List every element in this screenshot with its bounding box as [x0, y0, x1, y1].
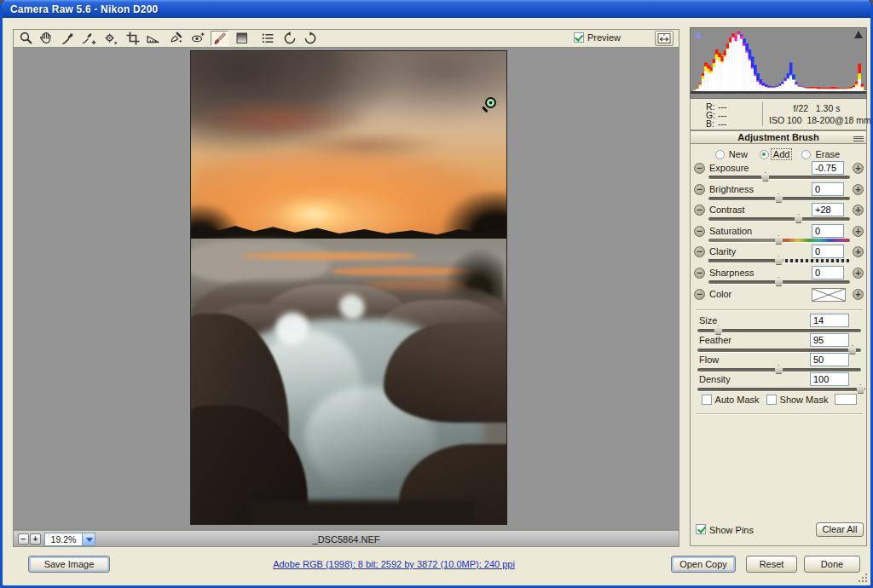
mode-add[interactable]: Add [760, 149, 792, 159]
exposure-decrease-button[interactable]: − [694, 163, 705, 174]
rotate-left-button[interactable] [280, 31, 298, 46]
clear-all-button[interactable]: Clear All [816, 522, 864, 537]
brightness-slider[interactable] [708, 197, 850, 200]
straighten-tool-button[interactable] [144, 31, 162, 46]
feather-slider[interactable] [697, 349, 861, 352]
hand-tool-icon [38, 31, 54, 46]
brightness-increase-button[interactable]: + [853, 184, 864, 195]
flow-slider[interactable] [697, 368, 861, 372]
contrast-decrease-button[interactable]: − [694, 205, 705, 216]
color-swatch[interactable] [812, 288, 846, 302]
zoom-tool-icon [19, 31, 34, 46]
preferences-button[interactable] [258, 31, 276, 46]
crop-tool-button[interactable] [124, 31, 142, 46]
exposure-value-input[interactable] [812, 161, 844, 175]
sharpness-value-input[interactable] [812, 266, 844, 280]
graduated-filter-tool-button[interactable] [233, 31, 251, 46]
reset-button[interactable]: Reset [746, 556, 797, 573]
contrast-slider[interactable] [708, 217, 850, 221]
clarity-decrease-button[interactable]: − [694, 246, 705, 257]
clarity-value-input[interactable] [812, 245, 844, 258]
add-radio[interactable] [760, 150, 769, 159]
clarity-slider[interactable] [708, 259, 850, 262]
flow-value-input[interactable] [810, 353, 849, 366]
exposure-increase-button[interactable]: + [853, 163, 864, 174]
density-slider[interactable] [697, 388, 861, 391]
color-sampler-tool-icon [81, 31, 96, 46]
window-title: Camera Raw 5.6 - Nikon D200 [10, 3, 158, 15]
image-preview-area [13, 48, 679, 530]
mask-options-row: Auto Mask Show Mask [691, 394, 868, 405]
white-balance-tool-button[interactable] [59, 31, 77, 46]
done-button[interactable]: Done [804, 556, 860, 573]
shadow-clipping-indicator[interactable] [694, 31, 702, 38]
new-radio[interactable] [715, 150, 725, 159]
slider-thumb[interactable] [774, 256, 783, 265]
resize-grip[interactable] [858, 573, 868, 583]
slider-thumb[interactable] [774, 193, 783, 203]
slider-thumb[interactable] [856, 384, 865, 394]
mask-color-swatch[interactable] [835, 394, 857, 405]
red-eye-tool-button[interactable] [188, 31, 206, 46]
fullscreen-toggle-icon [657, 32, 671, 44]
show-pins-label: Show Pins [709, 525, 754, 535]
slider-thumb[interactable] [774, 277, 783, 286]
show-mask-checkbox[interactable] [766, 395, 777, 405]
clarity-label: Clarity [709, 246, 736, 257]
auto-mask-checkbox[interactable] [702, 395, 712, 405]
size-row: Size [691, 314, 868, 334]
crop-tool-icon [125, 31, 141, 46]
color-increase-button[interactable]: + [853, 289, 864, 300]
window-titlebar[interactable]: Camera Raw 5.6 - Nikon D200 [3, 0, 870, 18]
preview-checkbox[interactable] [574, 32, 584, 43]
slider-thumb[interactable] [794, 214, 803, 223]
contrast-increase-button[interactable]: + [853, 205, 864, 216]
exposure-slider[interactable] [708, 176, 850, 179]
adjustment-brush-tool-button[interactable] [211, 31, 228, 46]
fullscreen-toggle-button[interactable] [655, 31, 674, 46]
color-sampler-tool-button[interactable] [79, 31, 97, 46]
size-slider[interactable] [697, 329, 861, 332]
highlight-clipping-indicator[interactable] [854, 31, 863, 38]
mode-erase[interactable]: Erase [801, 149, 841, 159]
open-copy-button[interactable]: Open Copy [671, 556, 736, 573]
clarity-increase-button[interactable]: + [853, 246, 864, 257]
clarity-row: − Clarity + [691, 245, 868, 266]
brightness-value-input[interactable] [812, 182, 844, 196]
flow-label: Flow [699, 355, 719, 365]
saturation-value-input[interactable] [812, 224, 844, 238]
preview-toggle[interactable]: Preview [574, 32, 621, 43]
saturation-decrease-button[interactable]: − [694, 226, 705, 237]
save-image-button[interactable]: Save Image [28, 556, 110, 573]
rotate-right-button[interactable] [301, 31, 319, 46]
mode-new[interactable]: New [715, 149, 749, 159]
sharpness-slider[interactable] [708, 280, 850, 284]
size-value-input[interactable] [810, 314, 849, 327]
divider [762, 102, 763, 126]
zoom-tool-button[interactable] [17, 31, 35, 46]
photo-flat-rock [190, 240, 330, 283]
hand-tool-button[interactable] [37, 31, 55, 46]
brightness-decrease-button[interactable]: − [694, 184, 705, 195]
erase-radio[interactable] [801, 150, 811, 159]
contrast-value-input[interactable] [812, 203, 844, 216]
sharpness-increase-button[interactable]: + [853, 268, 864, 279]
panel-menu-icon[interactable] [853, 135, 864, 141]
image-info-link[interactable]: Adobe RGB (1998); 8 bit; 2592 by 3872 (1… [273, 559, 515, 569]
sharpness-label: Sharpness [709, 268, 754, 278]
spot-removal-tool-button[interactable] [166, 31, 184, 46]
slider-thumb[interactable] [774, 235, 783, 245]
saturation-increase-button[interactable]: + [853, 226, 864, 237]
color-row: − Color + [691, 288, 868, 308]
photo-canvas[interactable] [190, 50, 507, 525]
saturation-slider[interactable] [708, 239, 850, 242]
exposure-label: Exposure [709, 163, 749, 173]
feather-value-input[interactable] [810, 333, 849, 347]
targeted-adjustment-tool-button[interactable] [101, 31, 119, 46]
sharpness-decrease-button[interactable]: − [694, 268, 705, 279]
color-decrease-button[interactable]: − [694, 289, 705, 300]
show-pins-checkbox[interactable] [696, 524, 706, 534]
slider-thumb[interactable] [760, 172, 770, 182]
density-value-input[interactable] [810, 372, 849, 386]
erase-label: Erase [813, 149, 841, 159]
